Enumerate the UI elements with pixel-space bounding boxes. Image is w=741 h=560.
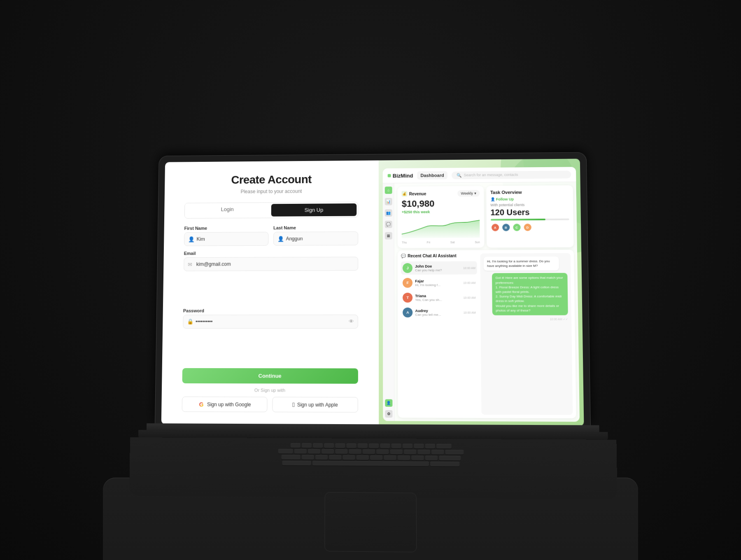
chat-item[interactable]: T Triana Yes, Can you sh... 10:00 AM [401,291,477,304]
email-label: Email [184,250,359,256]
apple-signup-button[interactable]:  Sign up with Apple [272,397,358,413]
trackpad[interactable] [324,492,417,552]
avatar-row: A B C D [491,223,569,232]
google-signup-button[interactable]: G Sign up with Google [182,397,268,412]
dashboard-search[interactable]: 🔍 Search for an message, contacts [452,170,571,179]
brand-dot [388,174,391,177]
users-count: 120 Users [490,208,569,217]
page-title: Create Account [231,173,312,187]
message-received: Hi, I'm looking for a summer dress. Do y… [484,257,559,271]
revenue-title: 💰 Revenue [402,191,426,196]
laptop-screen: Create Account Please input to your acco… [155,152,591,426]
message-timestamp: 10:00 AM ✓✓ [484,317,568,321]
login-tab[interactable]: Login [185,203,270,218]
form-subtitle: Please input to your account [240,189,302,195]
keyboard [129,437,618,499]
sidebar-settings-icon[interactable]: ⚙ [385,410,392,418]
dashboard-ui: BizMind Dashboard 🔍 Search for an messag… [383,167,580,422]
eye-icon[interactable]: 👁 [349,318,354,324]
chat-avatar-audrey: A [403,308,412,317]
last-name-label: Last Name [273,225,359,230]
user-icon: 👤 [188,236,195,242]
lock-icon: 🔒 [187,318,193,324]
first-name-group: First Name 👤 [184,225,268,246]
chat-messages: Hi, I'm looking for a summer dress. Do y… [480,253,573,415]
revenue-amount: $10,980 [402,198,480,209]
weekly-selector[interactable]: Weekly ▾ [457,190,480,196]
apple-icon:  [292,401,295,408]
dashboard-header: BizMind Dashboard 🔍 Search for an messag… [383,167,576,183]
name-row: First Name 👤 Last Name 👤 [184,225,359,246]
chat-card: 💬 Recent Chat AI Assistant J John Doe [398,250,576,418]
sidebar-profile-icon[interactable]: 👤 [385,399,392,407]
password-label: Password [183,308,359,313]
first-name-input[interactable] [184,232,268,246]
user-icon-2: 👤 [277,236,284,242]
avatar-4: D [523,223,532,232]
sidebar-message-icon[interactable]: 💬 [385,221,392,228]
last-name-group: Last Name 👤 [273,225,359,245]
chevron-down-icon: ▾ [474,191,476,196]
progress-fill [491,219,546,221]
dashboard-nav[interactable]: Dashboard [417,171,447,180]
chat-icon: 💬 [401,254,406,258]
dashboard-body: ⌂ 📊 👥 💬 ⊞ 👤 ⚙ [383,182,580,422]
dashboard-main: 💰 Revenue Weekly ▾ [394,182,580,422]
task-overview-card: Task Overview 👤 Follow Up With potential… [486,185,574,247]
signup-tab[interactable]: Sign Up [271,203,357,217]
task-description: With potential clients [490,203,569,207]
dashboard-panel: BizMind Dashboard 🔍 Search for an messag… [379,159,584,426]
chat-item[interactable]: J John Doe Can you help me? 10:00 AM [401,261,477,275]
revenue-chart [402,215,480,240]
chat-avatar-triana: T [403,293,412,303]
email-input[interactable] [184,257,358,271]
laptop: Create Account Please input to your acco… [154,152,591,443]
message-sent: Got it! Here are some options that match… [492,273,568,315]
avatar-2: B [501,223,510,232]
brand-logo: BizMind [388,173,413,179]
email-group: Email ✉ [183,250,358,303]
chat-item[interactable]: A Audrey Can you tell me... 10:00 AM [401,306,477,319]
revenue-icon: 💰 [402,191,408,197]
google-icon: G [198,401,205,408]
auth-tabs: Login Sign Up [184,202,359,219]
chat-header: 💬 Recent Chat AI Assistant [401,253,477,258]
chat-item[interactable]: F Fajar Hi, I'm looking f... 10:00 AM [401,276,477,289]
revenue-card: 💰 Revenue Weekly ▾ [398,186,484,248]
follow-up-icon: 👤 [490,197,495,201]
or-divider: Or Sign up with [254,387,285,392]
continue-button[interactable]: Continue [182,368,359,384]
chat-avatar-fajar: F [403,278,412,288]
first-name-label: First Name [184,225,268,231]
social-buttons: G Sign up with Google  Sign up with App… [182,397,359,413]
sidebar-home-icon[interactable]: ⌂ [385,187,392,194]
task-title: Task Overview [490,189,569,195]
create-account-form: Create Account Please input to your acco… [161,160,379,425]
email-icon: ✉ [188,261,192,267]
chat-avatar-john: J [403,263,412,273]
avatar-3: C [512,223,521,232]
progress-bar [491,219,569,221]
avatar-1: A [491,223,500,232]
sidebar-grid-icon[interactable]: ⊞ [385,232,392,240]
dashboard-sidebar: ⌂ 📊 👥 💬 ⊞ 👤 ⚙ [383,183,395,421]
revenue-change: +$250 this week [402,210,480,214]
password-input[interactable] [183,315,358,329]
sidebar-chart-icon[interactable]: 📊 [385,198,392,205]
chat-list: 💬 Recent Chat AI Assistant J John Doe [401,253,478,414]
search-icon: 🔍 [457,173,461,177]
sidebar-users-icon[interactable]: 👥 [385,209,392,217]
password-group: Password 🔒 👁 [182,308,358,361]
last-name-input[interactable] [273,231,359,246]
task-label: 👤 Follow Up [490,197,569,201]
chart-labels: Thu Fri Sat Sun [402,241,480,244]
